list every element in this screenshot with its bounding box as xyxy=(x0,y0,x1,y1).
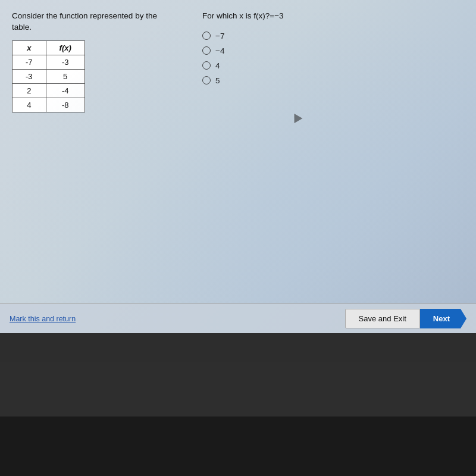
left-question-text: Consider the function represented by the… xyxy=(12,11,178,33)
table-cell-fx2: 5 xyxy=(46,69,84,83)
action-buttons: Save and Exit Next xyxy=(345,309,466,328)
radio-neg7[interactable] xyxy=(202,32,211,40)
option-label-neg7: −7 xyxy=(215,32,224,40)
question-area: Consider the function represented by the… xyxy=(0,0,476,118)
table-cell-fx4: -8 xyxy=(46,98,84,112)
table-cell-x4: 4 xyxy=(12,98,46,112)
next-button[interactable]: Next xyxy=(420,309,466,328)
option-neg4[interactable]: −4 xyxy=(202,46,464,55)
radio-4[interactable] xyxy=(202,61,211,70)
quiz-screen: Consider the function represented by the… xyxy=(0,0,476,333)
lower-mid-area xyxy=(0,362,476,416)
table-header-fx: f(x) xyxy=(46,40,84,55)
table-cell-x3: 2 xyxy=(12,83,46,98)
function-table: x f(x) -7 -3 -3 5 2 -4 xyxy=(12,40,85,112)
table-cell-fx1: -3 xyxy=(46,55,84,69)
table-cell-x2: -3 xyxy=(12,69,46,83)
option-label-5: 5 xyxy=(215,76,220,85)
answer-options: −7 −4 4 5 xyxy=(202,32,464,85)
table-row: -7 -3 xyxy=(12,55,85,69)
option-4[interactable]: 4 xyxy=(202,61,464,70)
radio-5[interactable] xyxy=(202,76,211,84)
option-label-neg4: −4 xyxy=(215,46,224,55)
option-5[interactable]: 5 xyxy=(202,76,464,85)
right-panel: For which x is f(x)?=−3 −7 −4 4 5 xyxy=(202,11,464,112)
save-exit-button[interactable]: Save and Exit xyxy=(345,309,420,328)
table-header-x: x xyxy=(12,40,46,55)
table-row: -3 5 xyxy=(12,69,85,83)
radio-neg4[interactable] xyxy=(202,46,211,55)
table-row: 2 -4 xyxy=(12,83,85,98)
table-cell-x1: -7 xyxy=(12,55,46,69)
table-row: 4 -8 xyxy=(12,98,85,112)
option-label-4: 4 xyxy=(215,61,220,70)
taskbar-bg xyxy=(0,333,476,362)
bottom-bar: Mark this and return Save and Exit Next xyxy=(0,303,476,333)
option-neg7[interactable]: −7 xyxy=(202,32,464,40)
left-panel: Consider the function represented by the… xyxy=(12,11,178,112)
right-question-text: For which x is f(x)?=−3 xyxy=(202,11,464,22)
table-cell-fx3: -4 xyxy=(46,83,84,98)
mark-return-link[interactable]: Mark this and return xyxy=(10,315,76,323)
